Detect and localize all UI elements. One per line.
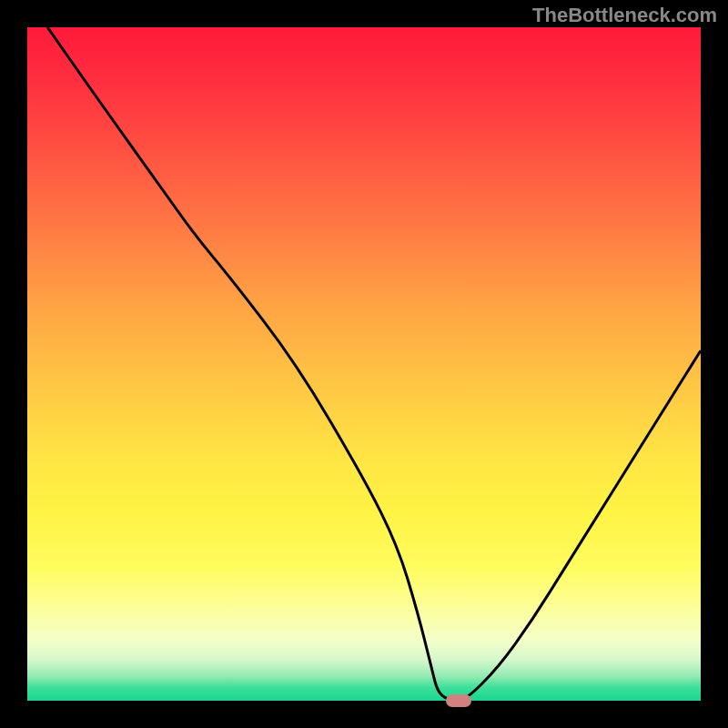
severity-gradient-background — [27, 27, 701, 701]
optimal-point-marker — [446, 694, 471, 707]
watermark-text: TheBottleneck.com — [532, 4, 717, 27]
plot-area — [27, 27, 701, 701]
